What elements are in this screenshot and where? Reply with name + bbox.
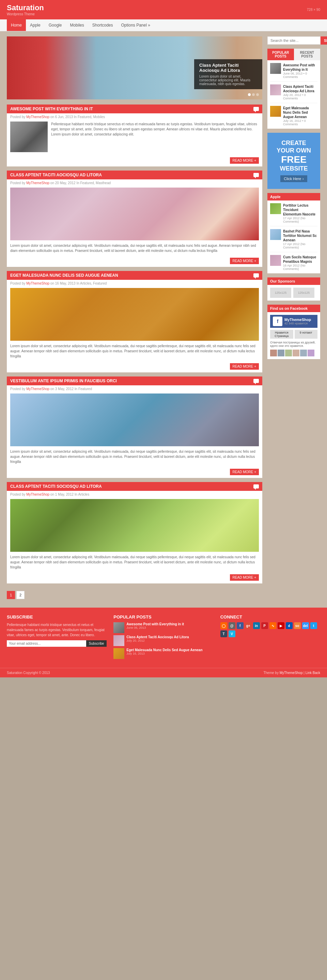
- read-more-btn-1[interactable]: READ MORE +: [230, 157, 259, 164]
- post-meta-5: Posted by MyThemeShop on 1 May, 2012 In …: [7, 491, 262, 499]
- social-tumblr-icon[interactable]: T: [220, 630, 227, 637]
- hero-text: Lorem ipsum dolor sit amet, consectetur …: [199, 75, 257, 86]
- sidebar-post-title-1[interactable]: Awesome Post with Everything in It: [283, 63, 317, 72]
- social-delicious-icon[interactable]: del: [302, 622, 309, 629]
- footer-link-back[interactable]: Link Back: [306, 671, 320, 675]
- post-title-3: EGET MALESUADA NUNC DELIS SED AUGUE AENE…: [10, 273, 118, 278]
- footer-post-title-2[interactable]: Class Aptent Taciti Aociosqu Ad Litora: [126, 635, 213, 639]
- post-body-1: Pellentesque habitant morbi tristique se…: [7, 121, 262, 156]
- post-author-4[interactable]: MyThemeShop: [26, 387, 49, 391]
- social-stackoverflow-icon[interactable]: so: [294, 622, 301, 629]
- hero-dot-3[interactable]: [256, 93, 259, 96]
- social-pinterest-icon[interactable]: P: [261, 622, 268, 629]
- chat-icon-3: [254, 273, 259, 277]
- create-website-banner[interactable]: CREATE YOUR OWN FREE WEBSITE Click Here …: [267, 133, 320, 189]
- sidebar-post-title-3[interactable]: Eget Malesuada Nunc Delis Sed Augue Aene…: [283, 106, 317, 119]
- fb-like-button[interactable]: Нравится Страница: [270, 330, 293, 339]
- footer-post-date-1: June 06, 2013: [126, 626, 213, 629]
- footer-subscribe: SUBSCRIBE Pellentesque habitant morbi tr…: [7, 614, 107, 661]
- social-linkedin-icon[interactable]: in: [253, 622, 260, 629]
- sidebar-tabs: POPULAR POSTS RECENT POSTS: [267, 49, 320, 60]
- footer-post-info-1: Awesome Post with Everything in it June …: [126, 622, 213, 633]
- tab-recent[interactable]: RECENT POSTS: [294, 49, 321, 60]
- footer-theme-link[interactable]: MyThemeShop: [280, 671, 303, 675]
- page-2[interactable]: 2: [16, 591, 24, 599]
- nav-item-google[interactable]: Google: [45, 19, 66, 31]
- social-youtube-icon[interactable]: ▶: [278, 622, 284, 629]
- footer-post-item-2: Class Aptent Taciti Aociosqu Ad Litora J…: [113, 635, 213, 646]
- apple-post-info-3: Cum Socils Natoque Penatibus Magnis 16 A…: [283, 255, 317, 270]
- post-header-3: EGET MALESUADA NUNC DELIS SED AUGUE AENE…: [7, 271, 262, 280]
- facebook-section-title: Find us on Facebook: [267, 305, 320, 312]
- read-more-btn-2[interactable]: READ MORE +: [230, 258, 259, 264]
- search-input[interactable]: [267, 37, 321, 45]
- apple-section-content: Porttitor Lectus Tincidunt Elementum Nas…: [267, 200, 320, 273]
- post-author-2[interactable]: MyThemeShop: [26, 181, 49, 185]
- facebook-header: f MyThemeShop 42 948 нравится: [270, 315, 317, 328]
- social-rss2-icon[interactable]: ∿: [270, 622, 276, 629]
- fb-page-name[interactable]: MyThemeShop: [284, 318, 311, 322]
- footer-post-title-1[interactable]: Awesome Post with Everything in it: [126, 622, 213, 626]
- apple-post-3: Cum Socils Natoque Penatibus Magnis 16 A…: [270, 255, 317, 270]
- page-1[interactable]: 1: [7, 591, 15, 599]
- footer-main: SUBSCRIBE Pellentesque habitant morbi tr…: [0, 608, 327, 668]
- nav-item-home[interactable]: Home: [7, 19, 26, 31]
- fb-caption: Отвечая постраницы из друзей, кдого они …: [270, 341, 317, 348]
- apple-post-title-2[interactable]: Bashet Pid Nasa Torttitor Nictumst Sc Ae…: [283, 229, 317, 242]
- post-header-5: CLASS APTENT TACITI SOCIOSQU AD LITORA: [7, 482, 262, 491]
- apple-post-title-3[interactable]: Cum Socils Natoque Penatibus Magnis: [283, 255, 317, 264]
- sidebar-post-info-2: Class Aptent Taciti Aociosqu Ad Litora J…: [283, 84, 317, 100]
- apple-post-title-1[interactable]: Porttitor Lectus Tincidunt Elementum Nas…: [283, 203, 317, 216]
- nav-item-shortcodes[interactable]: Shortcodes: [88, 19, 117, 31]
- footer-post-item-1: Awesome Post with Everything in it June …: [113, 622, 213, 633]
- hero-dot-2[interactable]: [252, 93, 255, 96]
- social-twitter-icon[interactable]: t: [310, 622, 317, 629]
- sponsor-2[interactable]: 125x125: [293, 288, 314, 298]
- tab-popular[interactable]: POPULAR POSTS: [267, 49, 294, 60]
- nav-item-apple[interactable]: Apple: [26, 19, 45, 31]
- footer-email-input[interactable]: [7, 640, 86, 647]
- footer-subscribe-title: SUBSCRIBE: [7, 614, 107, 619]
- apple-post-1: Porttitor Lectus Tincidunt Elementum Nas…: [270, 203, 317, 226]
- sidebar-post-date-3: July 16, 2012 • 0 Comments: [283, 119, 317, 126]
- click-here-btn[interactable]: Click Here ›: [280, 175, 307, 182]
- fb-likes: 42 948 нравится: [284, 322, 311, 325]
- post-author-1[interactable]: MyThemeShop: [26, 115, 49, 119]
- footer-popular-posts: POPULAR POSTS Awesome Post with Everythi…: [113, 614, 213, 661]
- read-more-bar-2: READ MORE +: [7, 256, 262, 267]
- footer-theme-by: Theme by MyThemeShop | Link Back: [263, 671, 320, 675]
- footer-post-thumb-3: [113, 648, 124, 659]
- social-rss-icon[interactable]: ◯: [220, 622, 227, 629]
- fb-share-button[interactable]: 9 нотают: [295, 330, 318, 339]
- social-digg-icon[interactable]: d: [286, 622, 293, 629]
- nav-item-mobiles[interactable]: Mobiles: [66, 19, 88, 31]
- sidebar-post-title-2[interactable]: Class Aptent Taciti Aociosqu Ad Litora: [283, 84, 317, 93]
- social-vimeo-icon[interactable]: V: [228, 630, 235, 637]
- fb-thumb-2: [278, 350, 284, 356]
- post-card-2: CLASS APTENT TACITI AOCIOSQU AD LITORA P…: [7, 170, 262, 267]
- post-author-5[interactable]: MyThemeShop: [26, 493, 49, 496]
- create-banner-website: WEBSITE: [280, 165, 308, 173]
- site-subtitle: Wordpress Theme: [7, 12, 44, 16]
- hero-dot-1[interactable]: [248, 93, 251, 96]
- read-more-btn-3[interactable]: READ MORE +: [230, 363, 259, 370]
- read-more-btn-4[interactable]: READ MORE +: [230, 469, 259, 475]
- chat-icon-4: [254, 379, 259, 383]
- footer-subscribe-btn[interactable]: Subscribe: [86, 640, 107, 647]
- footer-post-title-3[interactable]: Eget Malesuada Nunc Delis Sed Augue Aene…: [126, 648, 213, 652]
- social-gplus-icon[interactable]: g+: [245, 622, 252, 629]
- apple-post-date-2: 17 Apr 2012 (No Comments): [283, 242, 317, 249]
- site-header: Saturation Wordpress Theme 728 × 90: [0, 0, 327, 19]
- nav-item-options[interactable]: Options Panel »: [117, 19, 154, 31]
- site-title: Saturation: [7, 3, 44, 12]
- search-button[interactable]: SEARCH: [321, 37, 327, 45]
- social-email-icon[interactable]: @: [228, 622, 235, 629]
- post-author-3[interactable]: MyThemeShop: [26, 282, 49, 285]
- social-facebook-icon[interactable]: f: [237, 622, 244, 629]
- post-image-wrapper-2: [7, 188, 262, 243]
- sponsor-1[interactable]: 125x125: [270, 288, 291, 298]
- read-more-btn-5[interactable]: READ MORE +: [230, 574, 259, 581]
- footer-post-thumb-2: [113, 635, 124, 646]
- footer-post-info-2: Class Aptent Taciti Aociosqu Ad Litora J…: [126, 635, 213, 646]
- sidebar-post-item-2: Class Aptent Taciti Aociosqu Ad Litora J…: [270, 84, 317, 103]
